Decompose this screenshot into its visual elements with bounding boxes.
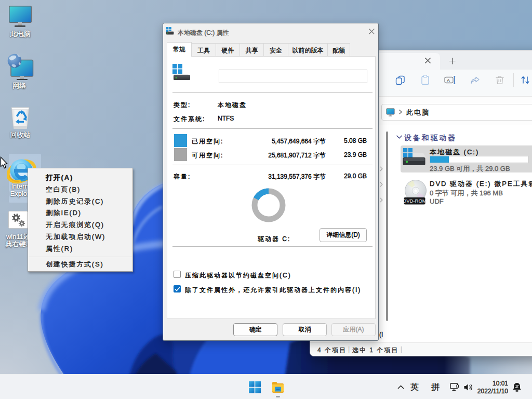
svg-text:A: A — [447, 78, 450, 83]
svg-text:DVD-ROM: DVD-ROM — [404, 198, 427, 204]
